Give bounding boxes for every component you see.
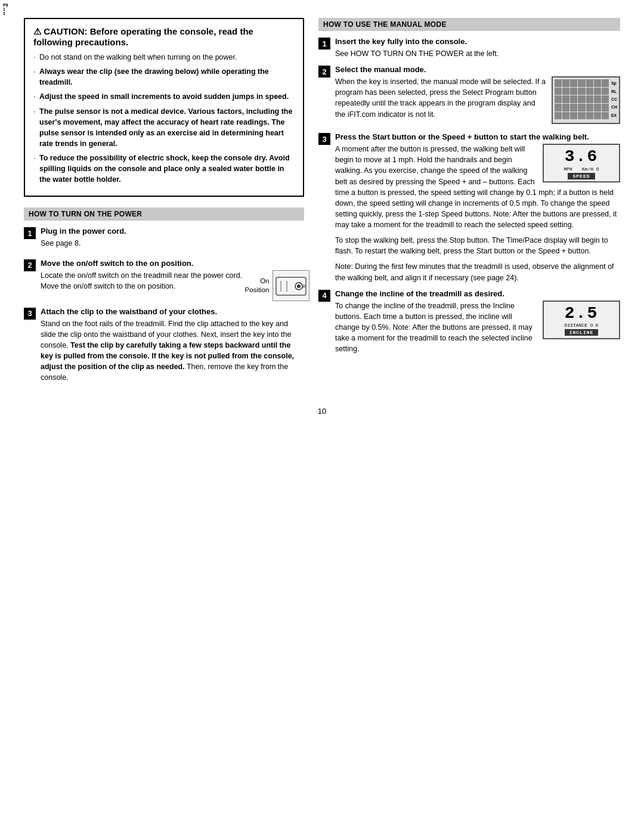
svg-point-2 — [297, 284, 301, 288]
step-3-number: 3 — [24, 308, 36, 320]
caution-item-3: Adjust the speed in small increments to … — [33, 91, 295, 102]
step-1-number: 1 — [24, 227, 36, 239]
right-step-2-title: Select the manual mode. — [335, 65, 620, 74]
right-step-4-number: 4 — [318, 290, 330, 302]
right-step-3-content: Press the Start button or the Speed + bu… — [335, 132, 620, 283]
right-step-1-number: 1 — [318, 38, 330, 49]
right-column: HOW TO USE THE MANUAL MODE 1 Insert the … — [318, 18, 620, 389]
speed-unit-kmh: Km/H O — [582, 166, 599, 172]
switch-svg — [275, 272, 308, 299]
caution-item-2: Always wear the clip (see the drawing be… — [33, 66, 295, 88]
right-step-4: 4 Change the incline of the treadmill as… — [318, 289, 620, 355]
svg-point-6 — [303, 286, 304, 287]
console-display: Sp RL CC CH EX P8 1 — [552, 76, 620, 124]
on-position-label: OnPosition — [245, 277, 270, 295]
speed-number: 3.6 — [565, 147, 598, 166]
right-step-1-content: Insert the key fully into the console. S… — [335, 37, 620, 59]
step-1-body: See page 8. — [41, 238, 304, 249]
step-2-body: Locate the on/off switch on the treadmil… — [41, 270, 243, 292]
left-column: ⚠ CAUTION: Before operating the console,… — [24, 18, 304, 389]
step-1: 1 Plug in the power cord. See page 8. — [24, 227, 304, 252]
caution-icon: ⚠ — [33, 26, 41, 36]
incline-dots: DISTANCE O O — [565, 323, 599, 328]
step-2-content: Move the on/off switch to the on positio… — [41, 259, 304, 301]
right-step-1-title: Insert the key fully into the console. — [335, 37, 620, 46]
page-container: ⚠ CAUTION: Before operating the console,… — [24, 18, 620, 389]
step-3-body: Stand on the foot rails of the treadmill… — [41, 318, 304, 383]
speed-label-bar: SPEED — [568, 173, 595, 179]
right-step-2: 2 Select the manual mode. — [318, 65, 620, 126]
step-2-number: 2 — [24, 259, 36, 271]
right-section-header: HOW TO USE THE MANUAL MODE — [318, 18, 620, 31]
right-step-2-body-wrap: Sp RL CC CH EX P8 1 — [335, 76, 620, 126]
incline-label-bar: INCLINE — [565, 329, 599, 336]
right-step-4-content: Change the incline of the treadmill as d… — [335, 289, 620, 355]
speed-units: MPH Km/H O — [564, 166, 599, 172]
right-step-3-title: Press the Start button or the Speed + bu… — [335, 132, 620, 141]
step-3-title: Attach the clip to the waistband of your… — [41, 307, 304, 316]
caution-item-4: The pulse sensor is not a medical device… — [33, 106, 295, 150]
right-step-2-number: 2 — [318, 66, 330, 78]
step-1-content: Plug in the power cord. See page 8. — [41, 227, 304, 252]
speed-unit-mph: MPH — [564, 166, 572, 172]
console-label-cc: CC — [611, 97, 617, 101]
caution-box: ⚠ CAUTION: Before operating the console,… — [24, 18, 304, 197]
page-number: 10 — [24, 407, 620, 416]
right-step-4-body-wrap: 2.5 DISTANCE O O INCLINE To change the i… — [335, 301, 620, 355]
step-3: 3 Attach the clip to the waistband of yo… — [24, 307, 304, 383]
right-step-3-stop-body: To stop the walking belt, press the Stop… — [335, 235, 620, 256]
switch-diagram — [273, 270, 309, 301]
console-label-ch: CH — [611, 105, 617, 109]
caution-title-text: CAUTION: — [44, 26, 87, 36]
console-label-ex: EX — [611, 113, 617, 117]
step-3-content: Attach the clip to the waistband of your… — [41, 307, 304, 383]
right-step-3-body-wrap: 3.6 MPH Km/H O SPEED A moment after the … — [335, 144, 620, 230]
step-1-title: Plug in the power cord. — [41, 227, 304, 236]
caution-title: ⚠ CAUTION: Before operating the console,… — [33, 26, 295, 47]
caution-item-1: Do not stand on the walking belt when tu… — [33, 52, 295, 63]
right-step-1-body: See HOW TO TURN ON THE POWER at the left… — [335, 48, 620, 59]
incline-number: 2.5 — [565, 304, 598, 323]
right-step-3-number: 3 — [318, 133, 330, 145]
right-step-1: 1 Insert the key fully into the console.… — [318, 37, 620, 59]
right-step-3-note: Note: During the first few minutes that … — [335, 261, 620, 283]
caution-list: Do not stand on the walking belt when tu… — [33, 52, 295, 185]
step-2: 2 Move the on/off switch to the on posit… — [24, 259, 304, 301]
step-2-title: Move the on/off switch to the on positio… — [41, 259, 304, 268]
caution-item-5: To reduce the possibility of electric sh… — [33, 153, 295, 185]
right-step-2-content: Select the manual mode. — [335, 65, 620, 126]
left-section-header: HOW TO TURN ON THE POWER — [24, 208, 304, 221]
console-label-rl: RL — [611, 89, 617, 94]
right-step-4-title: Change the incline of the treadmill as d… — [335, 289, 620, 298]
incline-display: 2.5 DISTANCE O O INCLINE — [543, 301, 620, 339]
speed-display: 3.6 MPH Km/H O SPEED — [543, 144, 620, 182]
right-step-3: 3 Press the Start button or the Speed + … — [318, 132, 620, 283]
console-label-sp: Sp — [611, 81, 617, 85]
